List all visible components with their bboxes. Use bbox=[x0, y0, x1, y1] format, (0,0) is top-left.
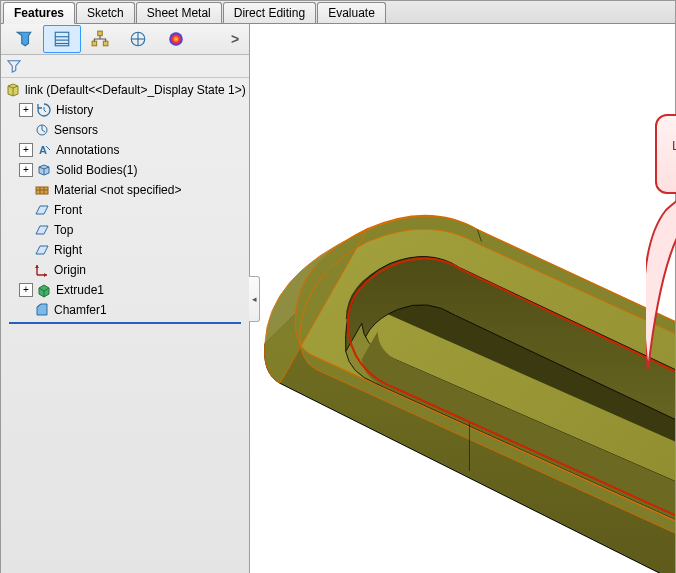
tree-item-front-plane[interactable]: Front bbox=[1, 200, 249, 220]
tree-item-solid-bodies[interactable]: + Solid Bodies(1) bbox=[1, 160, 249, 180]
command-manager-tabs: Features Sketch Sheet Metal Direct Editi… bbox=[1, 1, 675, 24]
feature-manager-toolbar: > bbox=[1, 24, 249, 55]
expander-icon bbox=[19, 124, 31, 136]
tree-item-sensors[interactable]: Sensors bbox=[1, 120, 249, 140]
tree-root-label: link (Default<<Default>_Display State 1>… bbox=[25, 83, 246, 97]
tree-item-label: Solid Bodies(1) bbox=[56, 163, 137, 177]
tree-item-label: Sensors bbox=[54, 123, 98, 137]
plane-icon bbox=[34, 202, 50, 218]
tree-item-label: History bbox=[56, 103, 93, 117]
tree-item-top-plane[interactable]: Top bbox=[1, 220, 249, 240]
svg-rect-5 bbox=[92, 41, 97, 46]
solid-bodies-icon bbox=[36, 162, 52, 178]
tree-item-label: Origin bbox=[54, 263, 86, 277]
tree-item-label: Top bbox=[54, 223, 73, 237]
instruction-callout: Move Chamfer1 to outer edge by LMB selec… bbox=[655, 114, 676, 194]
configuration-manager-tab[interactable] bbox=[81, 25, 119, 53]
expander-icon[interactable]: + bbox=[19, 103, 33, 117]
tree-item-label: Material <not specified> bbox=[54, 183, 181, 197]
tab-sheet-metal[interactable]: Sheet Metal bbox=[136, 2, 222, 23]
history-icon bbox=[36, 102, 52, 118]
plane-icon bbox=[34, 242, 50, 258]
feature-manager-tab[interactable] bbox=[5, 25, 43, 53]
tree-item-chamfer1[interactable]: Chamfer1 bbox=[1, 300, 249, 320]
expander-icon bbox=[19, 264, 31, 276]
tab-features[interactable]: Features bbox=[3, 2, 75, 24]
chamfer-icon bbox=[34, 302, 50, 318]
tab-evaluate[interactable]: Evaluate bbox=[317, 2, 386, 23]
material-icon bbox=[34, 182, 50, 198]
tree-filter[interactable] bbox=[1, 55, 249, 78]
svg-rect-6 bbox=[103, 41, 108, 46]
extrude-icon bbox=[36, 282, 52, 298]
dimxpert-manager-tab[interactable] bbox=[119, 25, 157, 53]
tree-item-label: Front bbox=[54, 203, 82, 217]
tree-item-annotations[interactable]: + A Annotations bbox=[1, 140, 249, 160]
tree-item-label: Annotations bbox=[56, 143, 119, 157]
expander-icon bbox=[19, 204, 31, 216]
expander-icon bbox=[19, 224, 31, 236]
part-icon bbox=[5, 82, 21, 98]
expander-icon[interactable]: + bbox=[19, 283, 33, 297]
feature-tree: link (Default<<Default>_Display State 1>… bbox=[1, 78, 249, 573]
tree-item-extrude1[interactable]: + Extrude1 bbox=[1, 280, 249, 300]
graphics-viewport[interactable]: ◂ bbox=[250, 24, 675, 573]
callout-text: Move Chamfer1 to outer edge by LMB selec… bbox=[672, 122, 676, 170]
property-manager-tab[interactable] bbox=[43, 25, 81, 53]
tab-sketch[interactable]: Sketch bbox=[76, 2, 135, 23]
svg-rect-4 bbox=[98, 31, 103, 36]
funnel-icon bbox=[7, 59, 21, 73]
expander-icon bbox=[19, 184, 31, 196]
plane-icon bbox=[34, 222, 50, 238]
tree-item-material[interactable]: Material <not specified> bbox=[1, 180, 249, 200]
expander-icon[interactable]: + bbox=[19, 163, 33, 177]
feature-manager-panel: > link (Default<<Default>_Display State … bbox=[1, 24, 250, 573]
rollback-bar[interactable] bbox=[9, 322, 241, 324]
tree-item-label: Right bbox=[54, 243, 82, 257]
tree-item-label: Extrude1 bbox=[56, 283, 104, 297]
expander-icon bbox=[19, 244, 31, 256]
model-render bbox=[250, 24, 675, 573]
tree-item-label: Chamfer1 bbox=[54, 303, 107, 317]
toolbar-overflow[interactable]: > bbox=[225, 31, 245, 47]
tree-item-origin[interactable]: Origin bbox=[1, 260, 249, 280]
tree-item-right-plane[interactable]: Right bbox=[1, 240, 249, 260]
tree-root[interactable]: link (Default<<Default>_Display State 1>… bbox=[1, 80, 249, 100]
svg-text:A: A bbox=[39, 144, 47, 156]
origin-icon bbox=[34, 262, 50, 278]
svg-point-10 bbox=[169, 32, 183, 46]
annotations-icon: A bbox=[36, 142, 52, 158]
display-manager-tab[interactable] bbox=[157, 25, 195, 53]
sensors-icon bbox=[34, 122, 50, 138]
expander-icon[interactable]: + bbox=[19, 143, 33, 157]
tree-item-history[interactable]: + History bbox=[1, 100, 249, 120]
expander-icon bbox=[19, 304, 31, 316]
tab-direct-editing[interactable]: Direct Editing bbox=[223, 2, 316, 23]
